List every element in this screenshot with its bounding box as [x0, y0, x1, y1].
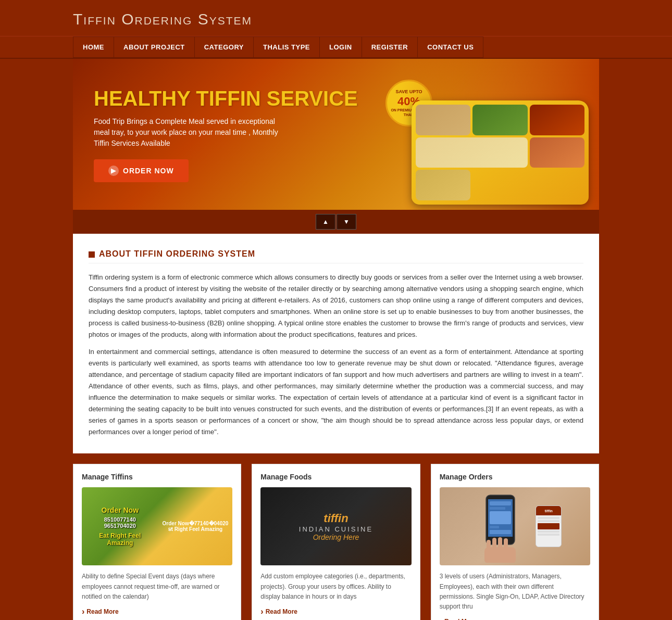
svg-rect-13 — [504, 538, 508, 548]
nav-link-login[interactable]: LOGIN — [319, 36, 362, 58]
card-1-tagline: Eat Right Feel Amazing — [86, 532, 154, 547]
about-paragraph-2: In entertainment and commercial settings… — [89, 346, 583, 438]
order-button-label: ORDER NOW — [123, 167, 174, 175]
cards-row: Manage Tiffins Order Now 8510077140 9651… — [73, 464, 599, 620]
card-2-read-more[interactable]: Read More — [260, 607, 411, 616]
card-manage-tiffins: Manage Tiffins Order Now 8510077140 9651… — [73, 464, 241, 620]
card-2-indian-cuisine: INDIAN CUISINE — [299, 525, 373, 533]
hero-banner: HEALTHY TIFFIN SERVICE Food Trip Brings … — [73, 59, 599, 210]
svg-rect-12 — [498, 537, 502, 548]
food-cell-5 — [530, 137, 584, 168]
svg-rect-11 — [492, 538, 496, 548]
card-3-image: tiffin — [440, 487, 590, 565]
food-tray — [412, 100, 589, 205]
card-3-read-more[interactable]: Read More — [440, 617, 590, 620]
svg-rect-2 — [490, 501, 511, 505]
hero-content: HEALTHY TIFFIN SERVICE Food Trip Brings … — [73, 71, 401, 198]
food-cell-3 — [530, 105, 584, 135]
food-cell-4 — [416, 137, 528, 168]
nav-list: HOME ABOUT PROJECT CATEGORY THALIS TYPE … — [73, 36, 599, 58]
card-3-title: Manage Orders — [440, 473, 590, 481]
nav-item-login[interactable]: LOGIN — [319, 36, 362, 58]
card-manage-foods: Manage Foods tiffin INDIAN CUISINE Order… — [252, 464, 420, 620]
card-2-title: Manage Foods — [260, 473, 411, 481]
card-2-image: tiffin INDIAN CUISINE Ordering Here — [260, 487, 411, 565]
card-1-phone1: 8510077140 — [86, 516, 154, 523]
nav-link-home[interactable]: HOME — [73, 36, 114, 58]
card-2-ordering-here: Ordering Here — [299, 533, 373, 541]
nav-item-thalis-type[interactable]: THALIS TYPE — [253, 36, 319, 58]
card-1-phone2: 9651704020 — [86, 523, 154, 529]
card-1-image: Order Now 8510077140 9651704020 Eat Righ… — [82, 487, 232, 565]
svg-rect-5 — [490, 526, 499, 528]
carousel-next-button[interactable]: ▼ — [337, 214, 356, 230]
nav-item-about-project[interactable]: ABOUT PROJECT — [114, 36, 194, 58]
svg-rect-6 — [490, 530, 511, 534]
nav-link-register[interactable]: REGISTER — [362, 36, 417, 58]
hero-food-image — [401, 59, 599, 210]
svg-rect-3 — [490, 507, 505, 510]
card-3-description: 3 levels of users (Administrators, Manag… — [440, 572, 590, 612]
about-paragraph-1: Tiffin ordering system is a form of elec… — [89, 272, 583, 341]
nav-item-register[interactable]: REGISTER — [362, 36, 417, 58]
nav-link-contact-us[interactable]: CONTACT US — [417, 36, 483, 58]
nav-link-about-project[interactable]: ABOUT PROJECT — [114, 36, 194, 58]
order-arrow-icon: ▶ — [108, 166, 119, 176]
card-manage-orders: Manage Orders — [431, 464, 599, 620]
card-2-tiffin-text: tiffin — [299, 512, 373, 525]
carousel-prev-button[interactable]: ▲ — [316, 214, 335, 230]
card-1-order-now: Order Now — [86, 506, 154, 514]
carousel-controls: ▲ ▼ — [73, 210, 599, 234]
card-1-description: Ability to define Special Event days (da… — [82, 572, 232, 602]
food-cell-2 — [472, 105, 527, 135]
nav-item-contact-us[interactable]: CONTACT US — [417, 36, 483, 58]
site-header: Tiffin Ordering System — [0, 0, 672, 36]
nav-item-category[interactable]: CATEGORY — [194, 36, 253, 58]
about-section: ABOUT TIFFIN ORDERING SYSTEM Tiffin orde… — [73, 234, 599, 453]
card-2-description: Add custom employee categories (i.e., de… — [260, 572, 411, 602]
mobile-phone-icon — [468, 490, 530, 563]
card-1-read-more[interactable]: Read More — [82, 607, 232, 616]
order-now-button[interactable]: ▶ ORDER NOW — [94, 159, 189, 182]
main-nav: HOME ABOUT PROJECT CATEGORY THALIS TYPE … — [0, 36, 672, 59]
svg-rect-9 — [484, 547, 516, 563]
nav-link-thalis-type[interactable]: THALIS TYPE — [253, 36, 319, 58]
food-cell-1 — [416, 105, 470, 135]
main-wrapper: HEALTHY TIFFIN SERVICE Food Trip Brings … — [0, 59, 672, 620]
second-phone: tiffin — [536, 505, 562, 547]
hero-subtitle: Food Trip Brings a Complete Meal served … — [94, 116, 292, 149]
food-cell-6 — [416, 170, 470, 200]
hero-title: HEALTHY TIFFIN SERVICE — [94, 87, 380, 110]
card-1-title: Manage Tiffins — [82, 473, 232, 481]
nav-link-category[interactable]: CATEGORY — [194, 36, 253, 58]
nav-item-home[interactable]: HOME — [73, 36, 114, 58]
svg-rect-10 — [487, 540, 491, 549]
site-title: Tiffin Ordering System — [73, 10, 599, 28]
svg-rect-4 — [490, 511, 511, 524]
about-title: ABOUT TIFFIN ORDERING SYSTEM — [89, 249, 583, 263]
